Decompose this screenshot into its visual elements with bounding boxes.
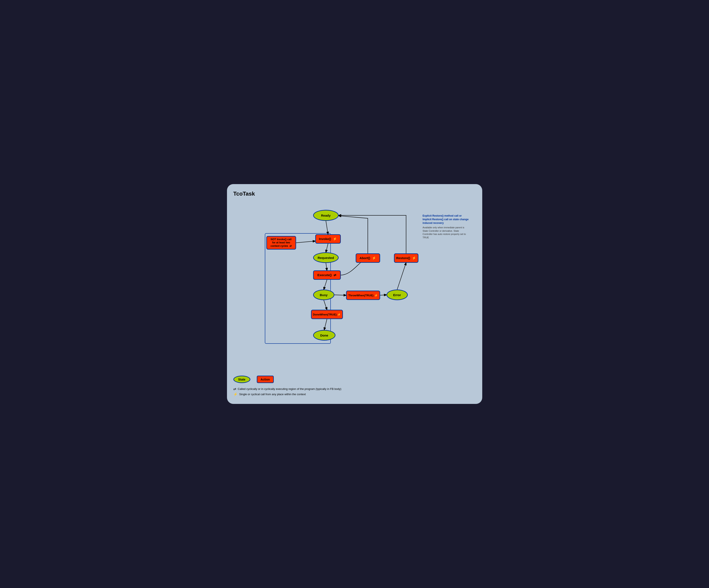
- legend-state-shape: State: [233, 375, 251, 383]
- side-notes-main: Explicit Restore() method call or Implic…: [423, 214, 470, 225]
- footnote-1-text: Called cyclically or in cyclically execu…: [238, 387, 341, 391]
- side-notes-sub: Available only when immediate parent is …: [423, 226, 470, 239]
- page-title: TcoTask: [233, 191, 476, 197]
- node-execute: Execute() ⇄: [313, 271, 341, 280]
- loop-box: [265, 233, 331, 344]
- main-container: TcoTask: [227, 184, 482, 404]
- svg-line-7: [379, 295, 387, 295]
- node-throw-when: ThrowWhen(TRUE) ⚡: [346, 290, 380, 300]
- legend-state-item: State: [233, 375, 251, 383]
- node-done-when: DoneWhen(TRUE) ⚡: [311, 310, 343, 319]
- svg-line-8: [397, 263, 406, 289]
- footnote-2: ⚡ Single or cyclical call from any place…: [233, 392, 476, 396]
- footnote-1: ⇄ Called cyclically or in cyclically exe…: [233, 387, 476, 391]
- diagram-area: Ready Requested Busy Error Done NOT Invo…: [233, 201, 476, 371]
- footnotes: ⇄ Called cyclically or in cyclically exe…: [233, 387, 476, 396]
- svg-line-6: [334, 295, 346, 295]
- node-busy: Busy: [313, 289, 334, 300]
- bolt-icon: ⚡: [233, 392, 238, 396]
- cycle-icon: ⇄: [233, 387, 236, 391]
- svg-line-0: [326, 221, 328, 234]
- node-error: Error: [387, 289, 408, 300]
- node-requested: Requested: [313, 252, 339, 263]
- node-not-invoke: NOT Invoke() callfor at least twocontext…: [266, 236, 296, 250]
- legend-action-shape: Action: [257, 375, 274, 383]
- legend-action-item: Action: [257, 375, 274, 383]
- node-invoke: Invoke() ⚡: [315, 234, 341, 244]
- node-done: Done: [313, 330, 336, 341]
- node-abort: Abort() ⚡: [356, 253, 380, 263]
- node-ready: Ready: [313, 210, 339, 221]
- legend: State Action: [233, 375, 476, 383]
- node-restore: Restore() ⚡: [394, 253, 418, 263]
- side-notes: Explicit Restore() method call or Implic…: [423, 214, 470, 239]
- footnote-2-text: Single or cyclical call from any place w…: [239, 393, 306, 396]
